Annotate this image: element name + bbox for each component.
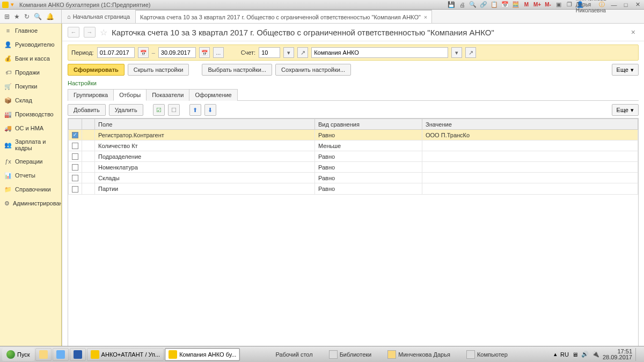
check-all-button[interactable]: ☑ <box>153 104 165 116</box>
tab-close-icon[interactable]: × <box>424 14 427 20</box>
tray-icon[interactable]: 🔊 <box>581 351 589 358</box>
table-row[interactable]: НоменклатураРавно <box>69 162 638 173</box>
dropdown-icon[interactable]: ▾ <box>11 1 14 8</box>
sidebar-item-reports[interactable]: 📊Отчеты <box>0 168 61 182</box>
row-checkbox[interactable] <box>72 153 78 160</box>
add-filter-button[interactable]: Добавить <box>68 104 106 116</box>
table-row[interactable]: ПодразделениеРавно <box>69 151 638 162</box>
more-actions-button[interactable]: Еще▾ <box>612 64 639 76</box>
col-check[interactable] <box>69 119 82 130</box>
uncheck-all-button[interactable]: ☐ <box>168 104 180 116</box>
tray-icon[interactable]: 🖥 <box>572 351 578 358</box>
hide-settings-button[interactable]: Скрыть настройки <box>128 64 189 76</box>
filter-more-button[interactable]: Еще▾ <box>612 104 639 116</box>
table-row[interactable]: СкладыРавно <box>69 173 638 183</box>
taskbar-1c-app1[interactable]: АНКО+АТЛАНТ / Уп... <box>87 348 164 361</box>
clipboard-icon[interactable]: 📋 <box>491 1 498 9</box>
row-checkbox[interactable] <box>72 164 78 171</box>
tab-filters[interactable]: Отборы <box>113 89 147 101</box>
star-icon[interactable]: ★ <box>14 13 20 20</box>
link-icon[interactable]: 🔗 <box>480 1 487 9</box>
taskbar-ps[interactable] <box>70 348 86 361</box>
calc-icon[interactable]: 🧮 <box>512 1 519 9</box>
move-down-button[interactable]: ⬇ <box>204 104 216 116</box>
libraries-shortcut[interactable]: Библиотеки <box>329 350 372 359</box>
tab-home[interactable]: ⌂ Начальная страница <box>62 10 135 23</box>
nav-forward-button[interactable]: → <box>84 27 96 38</box>
window-icon[interactable]: ❐ <box>566 1 573 9</box>
calendar-to-button[interactable]: 📅 <box>199 47 210 58</box>
close-page-button[interactable]: × <box>628 28 639 36</box>
sidebar-item-operations[interactable]: ƒxОперации <box>0 154 61 168</box>
org-dropdown-button[interactable]: ▾ <box>451 47 462 58</box>
sidebar-item-production[interactable]: 🏭Производство <box>0 107 61 121</box>
calendar-icon[interactable]: 📅 <box>501 1 509 9</box>
sidebar-item-warehouse[interactable]: 📦Склад <box>0 93 61 107</box>
calendar-from-button[interactable]: 📅 <box>138 47 149 58</box>
show-desktop-button[interactable] <box>635 348 640 361</box>
col-comparison[interactable]: Вид сравнения <box>315 119 422 130</box>
maximize-button[interactable]: □ <box>621 1 630 9</box>
sidebar-item-sales[interactable]: 🏷Продажи <box>0 65 61 79</box>
date-from-input[interactable] <box>97 47 135 58</box>
save-icon[interactable]: 💾 <box>448 1 455 9</box>
start-button[interactable]: Пуск <box>2 348 34 361</box>
period-picker-button[interactable]: ... <box>213 47 224 58</box>
close-window-button[interactable]: ✕ <box>633 1 642 9</box>
delete-filter-button[interactable]: Удалить <box>109 104 143 116</box>
tab-indicators[interactable]: Показатели <box>146 89 189 101</box>
account-input[interactable] <box>259 47 280 58</box>
search-toolbar-icon[interactable]: 🔍 <box>34 13 42 20</box>
sidebar-item-salary[interactable]: 👥Зарплата и кадры <box>0 135 61 154</box>
m-icon[interactable]: M <box>523 1 530 9</box>
organization-input[interactable] <box>311 47 448 58</box>
account-dropdown-button[interactable]: ▾ <box>283 47 294 58</box>
taskbar-explorer[interactable] <box>35 348 52 361</box>
row-checkbox[interactable] <box>72 175 78 181</box>
col-field[interactable]: Поле <box>95 119 315 130</box>
info-icon[interactable]: ⓘ <box>598 1 605 9</box>
row-checkbox[interactable] <box>72 132 78 138</box>
clock[interactable]: 17:51 28.09.2017 <box>603 349 632 360</box>
search-icon[interactable]: 🔍 <box>469 1 477 9</box>
desktop-shortcut[interactable]: Рабочий стол <box>276 351 313 358</box>
account-open-button[interactable]: ↗ <box>297 47 308 58</box>
table-row[interactable]: Количество КтМеньше <box>69 141 638 151</box>
table-row[interactable]: Регистратор.КонтрагентРавноООО П.ТрансКо <box>69 130 638 141</box>
sidebar-item-purchases[interactable]: 🛒Покупки <box>0 79 61 93</box>
computer-shortcut[interactable]: Компьютер <box>466 350 508 359</box>
tab-formatting[interactable]: Оформление <box>189 89 237 101</box>
tab-document[interactable]: Карточка счета 10 за 3 квартал 2017 г. О… <box>135 10 432 23</box>
date-to-input[interactable] <box>158 47 196 58</box>
bell-icon[interactable]: 🔔 <box>46 13 54 20</box>
org-open-button[interactable]: ↗ <box>465 47 476 58</box>
nav-back-button[interactable]: ← <box>68 27 79 38</box>
minimize-button[interactable]: — <box>610 1 618 9</box>
select-settings-button[interactable]: Выбрать настройки... <box>202 64 272 76</box>
tray-icon[interactable]: 🔌 <box>592 351 599 358</box>
user-shortcut[interactable]: Минченкова Дарья <box>387 350 450 359</box>
box-icon[interactable]: ▣ <box>555 1 562 9</box>
sidebar-item-admin[interactable]: ⚙Администрирование <box>0 196 61 210</box>
print-icon[interactable]: 🖨 <box>458 1 466 9</box>
user-name[interactable]: Минченкова Дарья Николаевна <box>587 1 595 9</box>
tray-expand-icon[interactable]: ▴ <box>554 351 557 358</box>
menu-icon[interactable]: ⊞ <box>4 13 10 20</box>
m-plus-icon[interactable]: M+ <box>533 1 541 9</box>
table-row[interactable]: ПартииРавно <box>69 183 638 194</box>
sidebar-item-directories[interactable]: 📁Справочники <box>0 182 61 196</box>
sidebar-item-main[interactable]: ≡Главное <box>0 24 61 38</box>
move-up-button[interactable]: ⬆ <box>189 104 201 116</box>
favorite-star-icon[interactable]: ☆ <box>100 27 107 38</box>
history-icon[interactable]: ↻ <box>24 13 30 20</box>
taskbar-app[interactable] <box>53 348 69 361</box>
tab-grouping[interactable]: Группировка <box>68 89 114 101</box>
sidebar-item-manager[interactable]: 👤Руководителю <box>0 38 61 51</box>
col-value[interactable]: Значение <box>422 119 638 130</box>
save-settings-button[interactable]: Сохранить настройки... <box>275 64 351 76</box>
sidebar-item-bank[interactable]: 💰Банк и касса <box>0 51 61 65</box>
taskbar-1c-app2[interactable]: Компания АНКО бу... <box>165 348 240 361</box>
generate-button[interactable]: Сформировать <box>68 64 125 76</box>
sidebar-item-assets[interactable]: 🚚ОС и НМА <box>0 121 61 135</box>
row-checkbox[interactable] <box>72 186 78 193</box>
